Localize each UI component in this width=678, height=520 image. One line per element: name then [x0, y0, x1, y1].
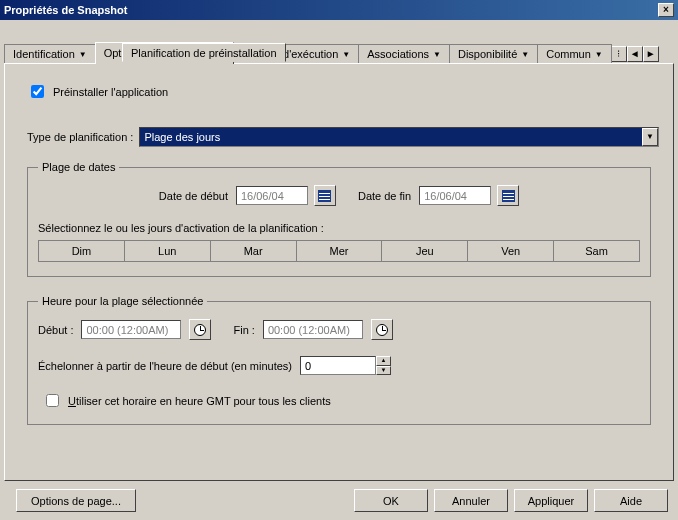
- chevron-down-icon: ▼: [521, 50, 529, 59]
- stagger-label: Échelonner à partir de l'heure de début …: [38, 360, 292, 372]
- gmt-checkbox[interactable]: [46, 394, 59, 407]
- apply-button[interactable]: Appliquer: [514, 489, 588, 512]
- time-range-group: Heure pour la plage sélectionnée Début :…: [27, 295, 651, 425]
- date-range-group: Plage de dates Date de début Date de fin…: [27, 161, 651, 277]
- time-range-legend: Heure pour la plage sélectionnée: [38, 295, 207, 307]
- tab-label: Identification: [13, 48, 75, 60]
- window-title: Propriétés de Snapshot: [4, 4, 658, 16]
- stagger-spinner: ▲ ▼: [300, 356, 391, 375]
- help-button[interactable]: Aide: [594, 489, 668, 512]
- calendar-icon: [318, 190, 331, 202]
- title-bar: Propriétés de Snapshot ×: [0, 0, 678, 20]
- start-time-label: Début :: [38, 324, 73, 336]
- page-options-button[interactable]: Options de page...: [16, 489, 136, 512]
- start-time-input[interactable]: [81, 320, 181, 339]
- day-cell-tue[interactable]: Mar: [211, 241, 297, 261]
- preinstall-checkbox[interactable]: [31, 85, 44, 98]
- tab-nav-right[interactable]: ►: [643, 46, 659, 62]
- tab-label: Associations: [367, 48, 429, 60]
- end-time-label: Fin :: [233, 324, 254, 336]
- day-cell-fri[interactable]: Ven: [468, 241, 554, 261]
- tab-label: Disponibilité: [458, 48, 517, 60]
- preinstall-row: Préinstaller l'application: [27, 82, 659, 101]
- chevron-down-icon: ▼: [79, 50, 87, 59]
- tab-nav-left[interactable]: ◄: [627, 46, 643, 62]
- subtab-label: Planification de préinstallation: [131, 47, 277, 59]
- spinner-down-button[interactable]: ▼: [376, 366, 391, 376]
- clock-icon: [194, 324, 206, 336]
- end-time-input[interactable]: [263, 320, 363, 339]
- chevron-down-icon: ▼: [342, 50, 350, 59]
- time-row: Début : Fin :: [38, 319, 640, 340]
- subtab-preinstall-schedule[interactable]: Planification de préinstallation: [122, 43, 286, 62]
- end-date-picker-button[interactable]: [497, 185, 519, 206]
- stagger-row: Échelonner à partir de l'heure de début …: [38, 356, 640, 375]
- start-date-input[interactable]: [236, 186, 308, 205]
- chevron-down-icon: ▼: [595, 50, 603, 59]
- tab-availability[interactable]: Disponibilité ▼: [449, 44, 538, 64]
- day-cell-sat[interactable]: Sam: [554, 241, 639, 261]
- plan-type-value: Plage des jours: [144, 131, 220, 143]
- day-cell-sun[interactable]: Dim: [39, 241, 125, 261]
- days-header: Sélectionnez le ou les jours d'activatio…: [38, 222, 640, 234]
- gmt-row: UUtiliser cet horaire en heure GMT pour …: [42, 391, 640, 410]
- stagger-input[interactable]: [300, 356, 376, 375]
- tab-strip: Identification ▼ Options de distribution…: [4, 24, 674, 64]
- day-cell-thu[interactable]: Jeu: [382, 241, 468, 261]
- tab-panel: Préinstaller l'application Type de plani…: [4, 63, 674, 481]
- day-grid: Dim Lun Mar Mer Jeu Ven Sam: [38, 240, 640, 262]
- tab-nav: ⁝ ◄ ►: [611, 44, 659, 64]
- close-button[interactable]: ×: [658, 3, 674, 17]
- subtab-row: Planification de préinstallation: [122, 43, 286, 62]
- plan-type-row: Type de planification : Plage des jours …: [27, 127, 659, 147]
- spinner-up-button[interactable]: ▲: [376, 356, 391, 366]
- tab-common[interactable]: Commun ▼: [537, 44, 612, 64]
- calendar-icon: [502, 190, 515, 202]
- cancel-button[interactable]: Annuler: [434, 489, 508, 512]
- tab-label: Commun: [546, 48, 591, 60]
- start-time-picker-button[interactable]: [189, 319, 211, 340]
- start-date-label: Date de début: [159, 190, 228, 202]
- tab-identification[interactable]: Identification ▼: [4, 44, 96, 64]
- preinstall-label: Préinstaller l'application: [53, 86, 168, 98]
- tab-associations[interactable]: Associations ▼: [358, 44, 450, 64]
- start-date-picker-button[interactable]: [314, 185, 336, 206]
- day-cell-wed[interactable]: Mer: [297, 241, 383, 261]
- clock-icon: [376, 324, 388, 336]
- end-date-input[interactable]: [419, 186, 491, 205]
- plan-type-combo[interactable]: Plage des jours ▼: [139, 127, 659, 147]
- end-date-label: Date de fin: [358, 190, 411, 202]
- date-range-legend: Plage de dates: [38, 161, 119, 173]
- window-body: Identification ▼ Options de distribution…: [0, 20, 678, 520]
- chevron-down-icon[interactable]: ▼: [642, 128, 658, 146]
- chevron-down-icon: ▼: [433, 50, 441, 59]
- ok-button[interactable]: OK: [354, 489, 428, 512]
- gmt-label: UUtiliser cet horaire en heure GMT pour …: [68, 395, 331, 407]
- tab-nav-misc[interactable]: ⁝: [611, 46, 627, 62]
- day-cell-mon[interactable]: Lun: [125, 241, 211, 261]
- end-time-picker-button[interactable]: [371, 319, 393, 340]
- plan-type-label: Type de planification :: [27, 131, 133, 143]
- date-row: Date de début Date de fin: [38, 185, 640, 206]
- button-bar: Options de page... OK Annuler Appliquer …: [10, 489, 668, 512]
